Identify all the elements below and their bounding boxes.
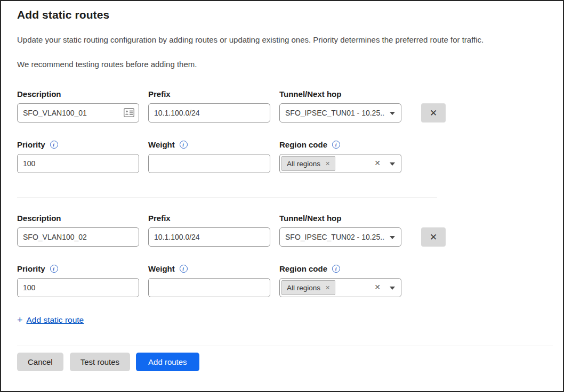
route-1-row-options: Priority i Weight i Region code i <box>17 139 552 173</box>
tunnel-label: Tunnel/Next hop <box>279 213 401 224</box>
description-input[interactable] <box>17 227 139 247</box>
close-icon: ✕ <box>430 108 437 118</box>
prefix-input[interactable] <box>148 227 270 247</box>
route-1-prefix-field: Prefix <box>148 88 270 123</box>
route-2-prefix-field: Prefix <box>148 213 270 247</box>
caret-down-icon <box>390 236 395 239</box>
clear-selection-icon[interactable]: ✕ <box>374 159 381 167</box>
clear-selection-icon[interactable]: ✕ <box>374 283 381 291</box>
info-icon[interactable]: i <box>50 141 58 149</box>
route-2-tunnel-field: Tunnel/Next hop SFO_IPSEC_TUN02 - 10.25.… <box>279 213 401 247</box>
priority-label: Priority i <box>17 139 139 150</box>
region-tag: All regions ✕ <box>281 280 335 295</box>
weight-input[interactable] <box>148 278 270 297</box>
cancel-button[interactable]: Cancel <box>17 353 63 371</box>
tunnel-select[interactable]: SFO_IPSEC_TUN02 - 10.25... <box>279 227 401 247</box>
route-2-row-options: Priority i Weight i Region code i <box>17 263 552 297</box>
add-static-route-link[interactable]: Add static route <box>27 315 84 325</box>
priority-input[interactable] <box>17 278 139 297</box>
route-2-row-main: Description Prefix Tunnel/Next hop SFO_I… <box>17 213 552 247</box>
plus-icon: + <box>17 315 23 325</box>
tunnel-select-value: SFO_IPSEC_TUN01 - 10.25... <box>285 109 385 117</box>
recommend-text: We recommend testing routes before addin… <box>17 60 552 69</box>
page-title: Add static routes <box>17 9 552 21</box>
route-2-weight-field: Weight i <box>148 263 270 297</box>
info-icon[interactable]: i <box>332 141 340 149</box>
remove-route-button[interactable]: ✕ <box>421 103 446 123</box>
route-1-weight-field: Weight i <box>148 139 270 173</box>
tunnel-select-value: SFO_IPSEC_TUN02 - 10.25... <box>285 233 385 241</box>
tunnel-label: Tunnel/Next hop <box>279 88 401 100</box>
route-2-region-field: Region code i All regions ✕ ✕ <box>279 263 401 297</box>
tag-remove-icon[interactable]: ✕ <box>325 161 330 167</box>
caret-down-icon <box>390 112 395 115</box>
prefix-input[interactable] <box>148 103 270 123</box>
region-tag: All regions ✕ <box>281 156 335 171</box>
region-select[interactable]: All regions ✕ ✕ <box>279 154 401 173</box>
route-1-priority-field: Priority i <box>17 139 139 173</box>
test-routes-button[interactable]: Test routes <box>70 353 130 371</box>
route-1-tunnel-field: Tunnel/Next hop SFO_IPSEC_TUN01 - 10.25.… <box>279 88 401 123</box>
region-tag-label: All regions <box>287 284 320 292</box>
route-divider <box>17 198 437 198</box>
tunnel-select[interactable]: SFO_IPSEC_TUN01 - 10.25... <box>279 103 401 123</box>
prefix-label: Prefix <box>148 213 270 224</box>
add-static-route-row: + Add static route <box>17 315 552 325</box>
route-2-description-field: Description <box>17 213 139 247</box>
prefix-label: Prefix <box>148 88 270 100</box>
info-icon[interactable]: i <box>180 265 188 273</box>
footer-buttons: Cancel Test routes Add routes <box>17 353 552 371</box>
route-1-region-field: Region code i All regions ✕ ✕ <box>279 139 401 173</box>
priority-label: Priority i <box>17 263 139 274</box>
contact-card-icon[interactable] <box>124 108 134 117</box>
region-label: Region code i <box>279 263 401 274</box>
route-block-1: Description Prefix <box>17 88 552 173</box>
info-icon[interactable]: i <box>50 265 58 273</box>
route-1-description-field: Description <box>17 88 139 123</box>
route-block-2: Description Prefix Tunnel/Next hop SFO_I… <box>17 213 552 297</box>
region-tag-label: All regions <box>287 160 320 168</box>
description-label: Description <box>17 213 139 224</box>
weight-label: Weight i <box>148 139 270 150</box>
info-icon[interactable]: i <box>332 265 340 273</box>
route-2-priority-field: Priority i <box>17 263 139 297</box>
priority-input[interactable] <box>17 154 139 173</box>
caret-down-icon <box>390 287 395 290</box>
add-routes-button[interactable]: Add routes <box>136 353 199 371</box>
route-1-row-main: Description Prefix <box>17 88 552 123</box>
description-input[interactable] <box>17 103 139 123</box>
remove-route-button[interactable]: ✕ <box>421 227 446 247</box>
info-icon[interactable]: i <box>180 141 188 149</box>
add-static-routes-dialog: Add static routes Update your static rou… <box>0 0 564 392</box>
intro-text: Update your static routing configuration… <box>17 35 552 44</box>
close-icon: ✕ <box>430 232 437 242</box>
region-label: Region code i <box>279 139 401 150</box>
weight-label: Weight i <box>148 263 270 274</box>
caret-down-icon <box>390 162 395 166</box>
weight-input[interactable] <box>148 154 270 173</box>
region-select[interactable]: All regions ✕ ✕ <box>279 278 401 297</box>
footer-divider <box>17 346 553 346</box>
tag-remove-icon[interactable]: ✕ <box>325 285 330 291</box>
description-label: Description <box>17 88 139 100</box>
